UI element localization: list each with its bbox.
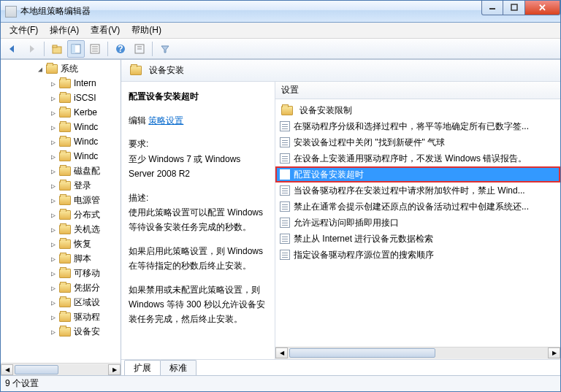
tree-node[interactable]: ▷可移动 (1, 266, 121, 280)
tab-extended[interactable]: 扩展 (124, 360, 161, 375)
tree-hscroll[interactable]: ◀ ▶ (1, 363, 121, 375)
expand-icon[interactable]: ▷ (49, 167, 58, 175)
tree-node[interactable]: ▷Windc (1, 120, 121, 134)
menu-file[interactable]: 文件(F) (4, 23, 44, 38)
settings-item[interactable]: 禁止从 Internet 进行设备元数据检索 (275, 231, 560, 247)
tree-node[interactable]: ▷脚本 (1, 251, 121, 266)
tree-node[interactable]: ▷驱动程 (1, 310, 121, 324)
back-button[interactable] (4, 40, 21, 58)
maximize-button[interactable] (503, 1, 525, 15)
setting-label: 禁止从 Internet 进行设备元数据检索 (294, 233, 433, 245)
tree-node[interactable]: ▷iSCSI (1, 91, 121, 105)
list-hscroll[interactable]: ◀ ▶ (275, 347, 560, 359)
folder-icon (59, 108, 71, 118)
expand-icon[interactable]: ▷ (49, 109, 58, 117)
statusbar: 9 个设置 (1, 375, 560, 391)
expand-icon[interactable]: ▷ (49, 196, 58, 204)
folder-icon (59, 327, 71, 337)
settings-item[interactable]: 在驱动程序分级和选择过程中，将平等地确定所有已数字签... (275, 118, 560, 134)
expand-icon[interactable]: ▷ (49, 240, 58, 248)
description-label: 描述: (129, 191, 267, 205)
tree-node[interactable]: ▷恢复 (1, 237, 121, 251)
expand-icon[interactable]: ▷ (49, 211, 58, 219)
show-tree-button[interactable] (67, 40, 85, 58)
scroll-left-icon[interactable]: ◀ (1, 364, 13, 375)
settings-folder[interactable]: 设备安装限制 (275, 102, 560, 118)
tree-node[interactable]: ▷分布式 (1, 207, 121, 222)
settings-item[interactable]: 在设备上安装通用驱动程序时，不发送 Windows 错误报告。 (275, 150, 560, 166)
menu-help[interactable]: 帮助(H) (126, 23, 167, 38)
policy-icon (280, 153, 290, 164)
forward-button[interactable] (23, 40, 40, 58)
tree-node[interactable]: ▷凭据分 (1, 280, 121, 295)
svg-rect-5 (72, 45, 75, 53)
menu-view[interactable]: 查看(V) (85, 23, 126, 38)
tree-node[interactable]: ▷磁盘配 (1, 164, 121, 178)
options-button[interactable] (131, 40, 148, 58)
tree-node[interactable]: ▷设备安 (1, 324, 121, 339)
policy-icon (280, 121, 290, 131)
expand-icon[interactable]: ▷ (49, 182, 58, 190)
folder-icon (59, 239, 71, 249)
tree-pane: ◢系统▷Intern▷iSCSI▷Kerbe▷Windc▷Windc▷Windc… (1, 60, 121, 375)
settings-item[interactable]: 当设备驱动程序在安装过程中请求附加软件时，禁止 Wind... (275, 182, 560, 199)
policy-icon (280, 234, 290, 244)
tree-node[interactable]: ▷Kerbe (1, 105, 121, 120)
expand-icon[interactable]: ▷ (49, 255, 58, 263)
setting-label: 允许远程访问即插即用接口 (294, 217, 399, 229)
policy-icon (280, 218, 290, 228)
settings-item[interactable]: 配置设备安装超时 (275, 166, 560, 182)
close-button[interactable]: ✕ (525, 1, 560, 15)
scroll-left-icon[interactable]: ◀ (275, 347, 288, 358)
tree-node-root[interactable]: ◢系统 (1, 61, 121, 76)
tree-node[interactable]: ▷关机选 (1, 222, 121, 237)
settings-item[interactable]: 安装设备过程中关闭 "找到新硬件" 气球 (275, 134, 560, 150)
expand-icon[interactable]: ▷ (49, 123, 58, 131)
requirements-label: 要求: (129, 137, 267, 151)
tree-node[interactable]: ▷Windc (1, 149, 121, 164)
minimize-button[interactable] (481, 1, 503, 15)
tree-node[interactable]: ▷Windc (1, 134, 121, 149)
tree-label: 脚本 (74, 253, 91, 265)
folder-icon (130, 66, 142, 75)
expand-icon[interactable]: ▷ (49, 80, 58, 88)
settings-item[interactable]: 指定设备驱动程序源位置的搜索顺序 (275, 247, 560, 263)
expand-icon[interactable]: ▷ (49, 94, 58, 102)
tree-node[interactable]: ▷区域设 (1, 295, 121, 310)
expand-icon[interactable]: ▷ (49, 313, 58, 321)
expand-icon[interactable]: ▷ (49, 284, 58, 292)
right-pane: 设备安装 配置设备安装超时 编辑 策略设置 要求: 至少 Windows 7 或… (121, 60, 560, 375)
scroll-right-icon[interactable]: ▶ (548, 347, 560, 358)
folder-icon (59, 79, 71, 88)
expand-icon[interactable]: ▷ (49, 226, 58, 234)
tree-label: 分布式 (74, 209, 100, 221)
scroll-right-icon[interactable]: ▶ (108, 364, 121, 375)
help-button[interactable]: ? (112, 40, 129, 58)
tree-node[interactable]: ▷登录 (1, 178, 121, 193)
policy-settings-link[interactable]: 策略设置 (148, 115, 183, 126)
expand-icon[interactable]: ▷ (49, 299, 58, 307)
expand-icon[interactable]: ▷ (49, 328, 58, 336)
description-p1: 使用此策略设置可以配置 Windows 等待设备安装任务完成的秒数。 (129, 205, 267, 235)
expand-icon[interactable]: ▷ (49, 153, 58, 161)
properties-button[interactable] (86, 40, 104, 58)
folder-icon (59, 210, 71, 220)
settings-item[interactable]: 禁止在通常会提示创建还原点的设备活动过程中创建系统还... (275, 199, 560, 215)
policy-icon (280, 185, 290, 196)
menu-action[interactable]: 操作(A) (44, 23, 85, 38)
filter-button[interactable] (156, 40, 174, 58)
setting-title: 配置设备安装超时 (129, 91, 267, 103)
list-column-header[interactable]: 设置 (275, 82, 560, 99)
up-button[interactable] (48, 40, 66, 58)
expand-icon[interactable]: ▷ (49, 269, 58, 277)
description-p2: 如果启用此策略设置，则 Windows 在等待指定的秒数后终止安装。 (129, 244, 267, 274)
description-pane: 配置设备安装超时 编辑 策略设置 要求: 至少 Windows 7 或 Wind… (121, 82, 275, 359)
tree-node[interactable]: ▷Intern (1, 76, 121, 91)
collapse-icon[interactable]: ◢ (36, 65, 45, 73)
tab-standard[interactable]: 标准 (160, 360, 196, 375)
tree-node[interactable]: ▷电源管 (1, 193, 121, 207)
titlebar[interactable]: 本地组策略编辑器 ✕ (1, 1, 560, 23)
settings-item[interactable]: 允许远程访问即插即用接口 (275, 215, 560, 231)
setting-label: 禁止在通常会提示创建还原点的设备活动过程中创建系统还... (294, 201, 529, 213)
expand-icon[interactable]: ▷ (49, 138, 58, 146)
